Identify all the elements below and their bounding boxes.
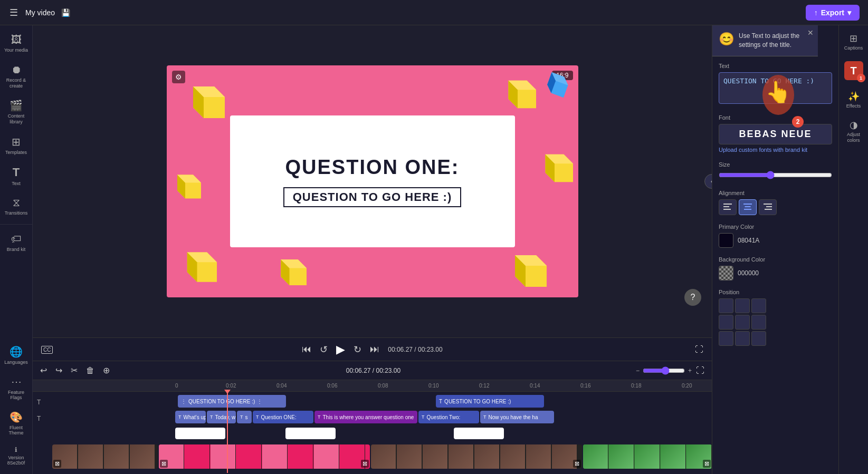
clip-question-two[interactable]: T Question Two:	[418, 411, 479, 423]
clip-whatsup[interactable]: T What's up!	[175, 411, 206, 423]
tooltip-popup: 😊 Use Text to adjust the settings of the…	[712, 25, 818, 56]
pos-bot-center[interactable]	[735, 331, 750, 346]
sidebar-item-brand-kit[interactable]: 🏷 Brand kit	[2, 229, 31, 256]
play-pause-button[interactable]: ▶	[336, 343, 345, 356]
sidebar-item-version[interactable]: ℹ Version 8Se2b0f	[2, 442, 31, 470]
export-icon: ↑	[814, 8, 818, 17]
text-icon: T	[13, 166, 20, 179]
pos-top-left[interactable]	[719, 298, 733, 313]
align-right-button[interactable]	[759, 199, 777, 215]
align-center-button[interactable]	[739, 199, 757, 215]
rip-effects[interactable]: ✨ Effects	[841, 88, 867, 112]
sidebar-item-your-media[interactable]: 🖼 Your media	[2, 30, 31, 57]
svg-rect-28	[743, 204, 752, 205]
clip-question-one[interactable]: T Question ONE:	[253, 411, 313, 423]
pos-top-right[interactable]	[751, 298, 766, 313]
clip-question-2[interactable]: T QUESTION TO GO HERE :)	[436, 395, 544, 408]
rewind-button[interactable]: ↺	[320, 344, 328, 355]
sidebar-item-templates[interactable]: ⊞ Templates	[2, 131, 31, 159]
video-thumb	[78, 444, 103, 469]
sidebar-item-record-create[interactable]: ⏺ Record & create	[2, 60, 31, 93]
zoom-out-icon: −	[636, 367, 640, 374]
clip-label: s	[245, 414, 248, 420]
sidebar-item-transitions[interactable]: ⧖ Transitions	[2, 192, 31, 220]
hamburger-icon[interactable]: ☰	[8, 6, 19, 20]
pos-bot-right[interactable]	[751, 331, 766, 346]
sidebar-item-fluent-theme[interactable]: 🎨 Fluent Theme	[2, 407, 31, 440]
video-thumb	[104, 444, 129, 469]
pos-bot-left[interactable]	[719, 331, 733, 346]
font-upload-link[interactable]: Upload custom fonts with brand kit	[719, 147, 832, 153]
zoom-slider[interactable]	[643, 366, 685, 375]
clip-transform-handle-right[interactable]: ⊠	[361, 460, 369, 468]
clip-transform-handle-right[interactable]: ⊠	[703, 460, 711, 468]
clip-s[interactable]: T s	[237, 411, 252, 423]
sidebar-item-content-library[interactable]: 🎬 Content library	[2, 95, 31, 129]
question-subtitle[interactable]: QUESTION TO GO HERE :)	[283, 187, 462, 207]
add-media-button[interactable]: ⊕	[102, 364, 111, 376]
track-label-text: T	[33, 415, 175, 422]
sidebar-item-feature-flags[interactable]: ⋯ Feature Flags	[2, 371, 31, 404]
text-input[interactable]: QUESTION TO GO HERE :)	[719, 72, 832, 104]
skip-forward-button[interactable]: ⏭	[370, 344, 379, 355]
video-clip-1[interactable]: ⊠	[52, 444, 158, 469]
clip-transform-handle-right[interactable]: ⊠	[573, 460, 581, 468]
version-icon: ℹ	[15, 446, 17, 453]
video-clip-3[interactable]: ⊠	[371, 444, 582, 469]
video-clip-4[interactable]: ⊠	[583, 444, 712, 469]
export-button[interactable]: ↑ Export ▾	[806, 5, 860, 21]
background-color-swatch[interactable]	[719, 266, 733, 280]
skip-back-button[interactable]: ⏮	[302, 344, 311, 355]
track-clips-text: T What's up! T Today, w T s T	[175, 411, 712, 427]
cut-button[interactable]: ✂	[70, 364, 79, 376]
sidebar-item-languages[interactable]: 🌐 Languages	[2, 341, 31, 369]
size-slider[interactable]	[719, 171, 832, 179]
clip-drag-handle-left[interactable]: ⋮	[181, 399, 186, 404]
transitions-icon: ⧖	[13, 197, 20, 209]
clip-transform-handle[interactable]: ⊠	[160, 460, 168, 468]
fullscreen-button[interactable]: ⛶	[695, 345, 703, 354]
video-clip-2[interactable]: ⊠ ⊠	[159, 444, 370, 469]
forward-button[interactable]: ↻	[354, 344, 361, 355]
align-left-button[interactable]	[719, 199, 737, 215]
expand-timeline-button[interactable]: ⛶	[695, 365, 705, 376]
canvas-frame: ⚙ 16:9	[167, 65, 578, 297]
content-icon: 🎬	[9, 99, 23, 112]
pos-mid-right[interactable]	[751, 315, 766, 330]
canvas-expand-button[interactable]: ‹	[704, 174, 712, 189]
save-status-icon: 💾	[61, 8, 70, 17]
delete-button[interactable]: 🗑	[85, 365, 96, 376]
tooltip-close-button[interactable]: ✕	[807, 28, 814, 37]
alignment-section: Alignment	[719, 190, 832, 215]
video-thumb	[609, 444, 634, 469]
rip-text-t[interactable]: T 1	[841, 58, 867, 83]
track-row-questions: T ⋮ QUESTION TO GO HERE :) ⋮ T QUESTION …	[33, 395, 712, 410]
timeline-playhead[interactable]	[227, 392, 228, 473]
ruler-mark-16: 0:16	[580, 383, 631, 389]
rip-adjust-colors[interactable]: ◑ Adjust colors	[841, 116, 867, 147]
pos-top-center[interactable]	[735, 298, 750, 313]
decorative-cube-topleft	[183, 81, 225, 123]
clip-answer-one[interactable]: T This is where you answer question one	[314, 411, 417, 423]
track-row-empty	[33, 428, 712, 443]
clip-question-1[interactable]: ⋮ QUESTION TO GO HERE :) ⋮	[178, 395, 286, 408]
project-title[interactable]: My video	[25, 8, 55, 17]
redo-button[interactable]: ↪	[54, 364, 63, 376]
sidebar-item-text[interactable]: T Text	[2, 161, 31, 190]
help-button[interactable]: ?	[684, 289, 701, 306]
rip-captions[interactable]: ⊞ Captions	[841, 30, 867, 54]
undo-button[interactable]: ↩	[39, 364, 48, 376]
clip-transform-handle[interactable]: ⊠	[53, 460, 61, 468]
clip-now-you[interactable]: T Now you have the ha	[480, 411, 554, 423]
font-display[interactable]: BEBAS NEUE	[719, 124, 832, 144]
video-thumb	[661, 444, 686, 469]
clip-drag-handle-right[interactable]: ⋮	[257, 399, 262, 404]
clip-today[interactable]: T Today, w	[207, 411, 236, 423]
pos-mid-left[interactable]	[719, 315, 733, 330]
pos-mid-center[interactable]	[735, 315, 750, 330]
captions-toggle-button[interactable]: CC	[41, 346, 53, 353]
primary-color-swatch[interactable]	[719, 233, 733, 248]
video-clips: ⊠	[52, 444, 712, 470]
timeline-tracks: T ⋮ QUESTION TO GO HERE :) ⋮ T QUESTION …	[33, 392, 712, 473]
video-thumb	[288, 444, 313, 469]
